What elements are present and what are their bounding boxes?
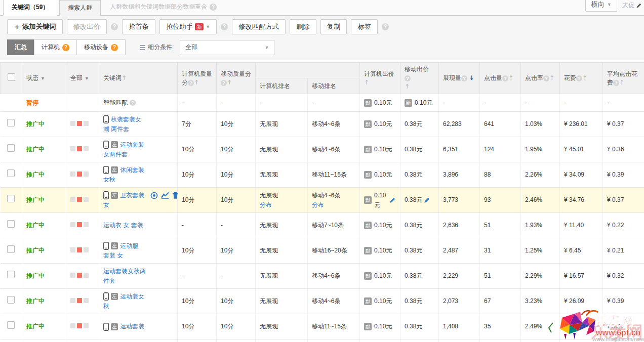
keyword-link[interactable]: 潮 两件套 <box>103 125 129 133</box>
distribution-link[interactable]: 分布 <box>260 201 272 208</box>
keyword-link[interactable]: 女两件套 <box>103 151 128 158</box>
row-checkbox[interactable] <box>7 321 15 329</box>
edit-pencil-icon[interactable] <box>424 197 430 203</box>
keyword-link[interactable]: 运动装女 <box>120 292 144 302</box>
col-impressions[interactable]: 展现量? ↓ <box>439 63 480 94</box>
distribution-link[interactable]: 分布 <box>312 201 324 208</box>
chart-icon[interactable] <box>161 192 169 199</box>
keyword-link[interactable]: 运动服 <box>120 241 138 251</box>
help-icon[interactable]: ? <box>502 75 508 81</box>
delete-button[interactable]: 删除 <box>290 19 316 34</box>
row-select-cell[interactable] <box>1 188 22 213</box>
condition-select[interactable]: 全部 ▼ <box>180 40 274 55</box>
row-checkbox[interactable] <box>7 245 15 253</box>
filter-caret-icon[interactable]: ▼ <box>85 76 89 81</box>
col-pc-quality[interactable]: 计算机质量分?↑ <box>178 63 217 94</box>
row-checkbox[interactable] <box>7 271 15 278</box>
help-icon[interactable]: ? <box>543 75 549 81</box>
row-checkbox[interactable] <box>7 195 15 202</box>
help-icon[interactable]: ? <box>221 23 228 30</box>
row-select-cell[interactable] <box>1 289 22 314</box>
col-avg-cost[interactable]: 平均点击花费?↑ <box>603 63 644 94</box>
campaign-name-edit[interactable]: 大促 <box>622 0 642 10</box>
keyword-link[interactable]: 秋装套装女 <box>111 115 141 124</box>
modify-match-button[interactable]: 修改匹配方式 <box>232 19 286 34</box>
tab-search-audience[interactable]: 搜索人群 <box>59 0 101 16</box>
tab-summary[interactable]: 汇总 <box>7 39 34 55</box>
tab-mobile[interactable]: 移动设备 ? <box>76 39 126 55</box>
filter-caret-icon[interactable]: ▼ <box>41 76 45 81</box>
row-select-cell[interactable] <box>1 137 22 162</box>
row-select-cell[interactable] <box>1 264 22 289</box>
select-all-checkbox[interactable] <box>8 73 15 81</box>
col-status[interactable]: 状态▼ <box>22 63 66 94</box>
rank-assistant-button[interactable]: 抢位助手 新 ▼ <box>159 19 217 34</box>
keyword-link[interactable]: 秋 <box>103 303 109 310</box>
keyword-link[interactable]: 运动套装女秋两 <box>103 267 146 276</box>
target-icon[interactable] <box>150 192 158 199</box>
copy-button[interactable]: 复制 <box>320 19 347 34</box>
sort-up-icon[interactable]: ↑ <box>405 83 410 90</box>
help-icon[interactable]: ? <box>111 23 118 30</box>
help-icon[interactable]: ? <box>613 80 619 86</box>
row-checkbox[interactable] <box>7 119 15 126</box>
row-checkbox[interactable] <box>7 144 15 152</box>
row-checkbox[interactable] <box>7 296 15 304</box>
tab-keywords[interactable]: 关键词（59） <box>3 0 57 16</box>
keyword-link[interactable]: 运动衣 女 套装 <box>103 221 143 230</box>
row-select-cell[interactable] <box>1 112 22 137</box>
row-select-cell[interactable] <box>1 213 22 238</box>
tag-button[interactable]: 标签 <box>351 19 378 34</box>
sort-up-icon[interactable]: ↑ <box>194 79 199 86</box>
row-select-cell[interactable] <box>1 339 22 342</box>
row-select-cell[interactable] <box>1 162 22 188</box>
col-cost[interactable]: 花费?↑ <box>560 63 603 94</box>
help-icon[interactable]: ? <box>382 23 389 30</box>
keyword-link[interactable]: 套装 女 <box>103 252 123 259</box>
sort-up-icon[interactable]: ↑ <box>582 74 587 81</box>
col-pc-bid[interactable]: 计算机出价↑ <box>360 63 400 94</box>
row-checkbox[interactable] <box>7 220 15 228</box>
help-icon[interactable]: ? <box>130 100 136 106</box>
col-all[interactable]: 全部▼ <box>66 63 99 94</box>
sort-up-icon[interactable]: ↑ <box>619 79 624 86</box>
edit-pencil-icon[interactable] <box>636 3 642 9</box>
sort-up-icon[interactable]: ↑ <box>227 79 232 86</box>
grab-first-button[interactable]: 抢首条 <box>122 19 155 34</box>
help-icon[interactable]: ? <box>576 75 582 81</box>
trash-icon[interactable] <box>172 192 179 199</box>
tab-computer[interactable]: 计算机 ? <box>34 39 77 55</box>
keyword-link[interactable]: 运动套装 <box>120 322 144 331</box>
col-ctr[interactable]: 点击率?↑ <box>521 63 560 94</box>
sort-down-icon[interactable]: ↓ <box>469 74 474 81</box>
col-clicks[interactable]: 点击量?↑ <box>480 63 521 94</box>
col-mobile-rank[interactable]: 移动排名 <box>308 78 360 94</box>
keyword-link[interactable]: 件套 <box>103 277 115 284</box>
sort-up-icon[interactable]: ↑ <box>549 74 554 81</box>
col-pc-rank[interactable]: 计算机排名 <box>256 78 308 94</box>
keyword-link[interactable]: 卫衣套装 <box>120 191 144 200</box>
row-select-cell[interactable] <box>1 314 22 339</box>
row-checkbox[interactable] <box>7 169 15 177</box>
help-icon[interactable]: ? <box>62 44 69 51</box>
col-keyword[interactable]: 关键词↑ <box>99 63 178 94</box>
col-mobile-bid[interactable]: 移动出价?↑ <box>400 63 439 94</box>
modify-bid-button[interactable]: 修改出价 <box>67 19 107 34</box>
help-icon[interactable]: ? <box>405 75 411 81</box>
help-icon[interactable]: ? <box>221 80 227 86</box>
help-icon[interactable]: ? <box>210 4 217 11</box>
keyword-link[interactable]: 女秋 <box>103 176 115 183</box>
select-all-cell[interactable] <box>1 63 22 94</box>
help-icon[interactable]: ? <box>461 75 467 81</box>
col-mobile-quality[interactable]: 移动质量分?↑ <box>217 63 256 94</box>
help-icon[interactable]: ? <box>111 44 118 51</box>
sort-up-icon[interactable]: ↑ <box>122 74 127 81</box>
add-keyword-button[interactable]: ＋ 添加关键词 <box>7 19 63 34</box>
keyword-link[interactable]: 女 <box>103 201 109 208</box>
edit-pencil-icon[interactable] <box>389 197 396 203</box>
keyword-link[interactable]: 运动套装 <box>120 140 144 150</box>
help-icon[interactable]: ? <box>188 80 194 86</box>
layout-toggle-button[interactable]: 横向 ▼ <box>585 0 617 12</box>
sort-up-icon[interactable]: ↑ <box>364 79 369 86</box>
sort-up-icon[interactable]: ↑ <box>508 74 513 81</box>
